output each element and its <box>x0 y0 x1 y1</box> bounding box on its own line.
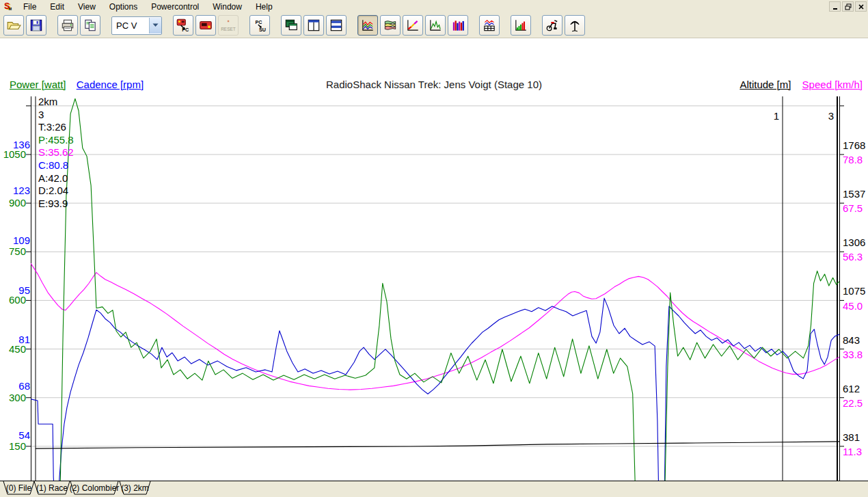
menu-file[interactable]: File <box>16 1 43 13</box>
altitude-axis-tick-label: 1306 <box>843 237 865 248</box>
ride-data-chart[interactable]: 1301503004506007509001050405468819510912… <box>0 77 868 497</box>
power-axis-tick-label: 150 <box>9 440 26 452</box>
toolbar-group: PCRESET <box>173 15 241 36</box>
cadence-axis-tick-label: 54 <box>18 429 30 441</box>
chart-gradient-icon <box>405 18 420 33</box>
speed-axis-tick-label: 56.3 <box>843 251 863 263</box>
chart-bars-icon <box>450 18 465 33</box>
toolbar-group <box>357 15 470 36</box>
power-series-line <box>39 98 839 497</box>
window-tile-horizontal-button[interactable] <box>326 15 347 36</box>
tab-label[interactable]: (2) Colombier <box>70 483 120 493</box>
speed-axis-tick-label: 22.5 <box>843 397 863 409</box>
cadence-axis-tick-label: 123 <box>13 185 30 196</box>
window-tile-horizontal-icon <box>329 18 344 33</box>
window-tile-vertical-icon <box>306 18 321 33</box>
download-powercontrol-button[interactable]: PC <box>173 15 193 36</box>
chart-table-icon <box>482 18 497 33</box>
tab-label[interactable]: (1) Race <box>36 483 68 493</box>
window-cascade-button[interactable] <box>281 15 301 36</box>
print-button[interactable] <box>57 15 78 36</box>
toolbar-group <box>281 15 349 36</box>
menu-view[interactable]: View <box>71 1 103 13</box>
power-axis-tick-label: 600 <box>9 294 26 306</box>
interval-marker-label-2: 3 <box>828 110 834 122</box>
altitude-axis-tick-label: 1075 <box>843 285 865 297</box>
view-chart-table-button[interactable] <box>479 15 500 36</box>
powercontrol-version-select[interactable]: PC V <box>111 16 162 35</box>
histogram-icon <box>513 18 528 33</box>
pc-to-su-button[interactable]: PCSU <box>249 15 270 36</box>
altitude-axis-tick-label: 1768 <box>843 139 865 151</box>
mdi-window-buttons <box>829 1 868 12</box>
menu-bar: S S M FileEditViewOptionsPowercontrolWin… <box>0 0 868 13</box>
window-tile-vertical-button[interactable] <box>303 15 324 36</box>
power-axis-tick-label: 750 <box>9 245 26 257</box>
tab-label[interactable]: (0) File <box>6 483 32 493</box>
menu-help[interactable]: Help <box>249 1 280 13</box>
restore-icon <box>844 3 852 11</box>
minimize-window-button[interactable] <box>829 1 841 12</box>
chart-line-icon <box>360 18 375 33</box>
srm-application-window: { "window": { "menu": ["File","Edit","Vi… <box>0 0 868 497</box>
svg-text:M: M <box>8 7 12 11</box>
marker-tabs: (0) File(1) Race(2) Colombier(3) 2km <box>0 481 868 497</box>
pc-su-icon: PCSU <box>252 18 267 33</box>
cadence-axis-tick-label: 81 <box>18 334 30 345</box>
altitude-series-line <box>36 442 839 448</box>
close-icon <box>857 3 865 11</box>
save-button[interactable] <box>26 15 46 36</box>
speed-axis-tick-label: 67.5 <box>843 202 863 214</box>
marker-tab-strip: (0) File(1) Race(2) Colombier(3) 2km <box>0 481 868 497</box>
menu-powercontrol[interactable]: Powercontrol <box>144 1 206 13</box>
altitude-axis-tick-label: 612 <box>843 383 860 394</box>
tab-label[interactable]: (3) 2km <box>121 483 149 493</box>
cadence-axis-tick-label: 136 <box>13 139 30 150</box>
chart-panel: Power [watt] Cadence [rpm] RadioShack Ni… <box>0 38 868 481</box>
minimize-icon <box>831 3 839 11</box>
cadence-axis-tick-label: 95 <box>18 284 30 296</box>
speed-axis-tick-label: 11.3 <box>843 446 862 457</box>
cadence-axis-tick-label: 68 <box>18 380 30 392</box>
toolbar-group <box>3 15 49 36</box>
ergometer-button[interactable] <box>542 15 562 36</box>
view-line-chart-button[interactable] <box>357 15 378 36</box>
pc-download-icon: PC <box>176 18 191 33</box>
series-group <box>31 98 839 497</box>
copy-icon <box>83 18 98 33</box>
antenna-icon <box>567 18 582 33</box>
menu-window[interactable]: Window <box>206 1 249 13</box>
speed-series-line <box>31 263 839 390</box>
open-file-button[interactable] <box>3 15 24 36</box>
cadence-axis-tick-label: 109 <box>13 234 30 246</box>
toolbar-group: PCSU <box>249 15 272 36</box>
copy-button[interactable] <box>80 15 100 36</box>
power-axis-tick-label: 900 <box>9 197 26 209</box>
toolbar-group <box>542 15 587 36</box>
chart-stacked-icon <box>383 18 398 33</box>
view-histogram-button[interactable] <box>511 15 531 36</box>
view-bars-chart-button[interactable] <box>448 15 468 36</box>
save-icon <box>29 18 44 33</box>
telemetry-button[interactable] <box>565 15 585 36</box>
toolbar: PC VPCRESETPCSU <box>0 13 868 38</box>
power-axis-tick-label: 300 <box>9 392 26 403</box>
interval-marker-label-1: 1 <box>774 110 779 122</box>
altitude-axis-tick-label: 381 <box>843 431 860 443</box>
view-gradient-chart-button[interactable] <box>403 15 423 36</box>
toolbar-group <box>57 15 103 36</box>
menu-options[interactable]: Options <box>103 1 144 13</box>
close-window-button[interactable] <box>855 1 867 12</box>
open-folder-icon <box>6 18 21 33</box>
svg-text:SU: SU <box>259 27 266 33</box>
reset-button[interactable]: RESET <box>218 15 239 36</box>
ergometer-icon <box>545 18 560 33</box>
chevron-down-icon[interactable] <box>149 18 161 33</box>
restore-window-button[interactable] <box>842 1 854 12</box>
view-stacked-chart-button[interactable] <box>380 15 401 36</box>
view-peak-chart-button[interactable] <box>425 15 446 36</box>
powercontrol-settings-button[interactable] <box>195 15 216 36</box>
powercontrol-icon <box>198 18 213 33</box>
menu-edit[interactable]: Edit <box>43 1 71 13</box>
svg-text:PC: PC <box>182 27 189 33</box>
